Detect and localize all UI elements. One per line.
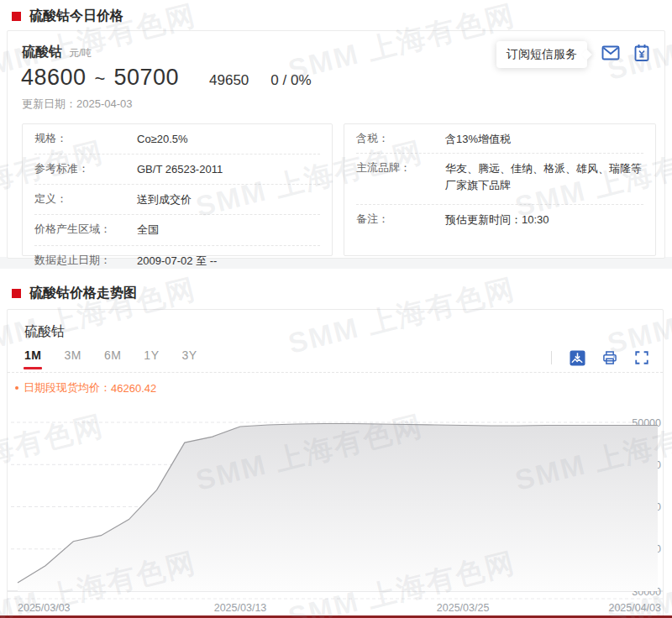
update-date: 更新日期：2025-04-03	[22, 97, 133, 112]
spec-row: 含税：含13%增值税	[344, 124, 655, 154]
tabs-separator	[8, 372, 663, 373]
chart-toolbox	[551, 349, 649, 366]
tab-3m[interactable]: 3M	[64, 348, 81, 369]
tab-1m[interactable]: 1M	[24, 348, 41, 369]
trend-chart-card: 硫酸钴 1M3M6M1Y3Y	[7, 309, 664, 618]
price-trend-chart[interactable]: 30000350004000045000500002025/03/032025/…	[8, 394, 663, 617]
spec-value: 预估更新时间：10:30	[445, 212, 643, 249]
spec-label: 数据起止日期：	[34, 253, 137, 270]
section-title-trend-chart: 硫酸钴价格走势图	[12, 285, 137, 302]
chart-title: 硫酸钴	[24, 323, 65, 341]
price-high: 50700	[113, 65, 179, 91]
spec-row: 数据起止日期：2009-07-02 至 --	[23, 246, 332, 275]
spec-label: 规格：	[34, 131, 137, 148]
tab-1y[interactable]: 1Y	[144, 348, 159, 369]
price-range-separator: ~	[95, 68, 106, 90]
spec-label: 定义：	[34, 191, 137, 208]
subscribe-sms-tooltip[interactable]: 订阅短信服务	[496, 41, 587, 68]
toolbox-divider	[551, 351, 552, 364]
red-square-bullet	[12, 12, 21, 21]
price-row: 48600 ~ 50700 49650 0 / 0%	[21, 65, 312, 91]
product-row: 硫酸钴 元/吨	[22, 44, 92, 61]
price-subscribe-icon[interactable]	[631, 42, 653, 64]
spec-row: 价格产生区域：全国	[23, 215, 332, 245]
price-low: 48600	[21, 65, 87, 91]
product-name: 硫酸钴	[22, 44, 62, 61]
spec-value: 含13%增值税	[445, 131, 643, 147]
price-card: 硫酸钴 元/吨 订阅短信服务 48600 ~ 50700 49650 0 / 0…	[7, 30, 665, 259]
fullscreen-icon[interactable]	[634, 350, 649, 365]
price-change: 0 / 0%	[270, 72, 311, 89]
red-square-bullet	[12, 289, 21, 298]
svg-text:2025/03/03: 2025/03/03	[18, 602, 71, 614]
spec-value: Co≥20.5%	[137, 131, 320, 148]
svg-text:2025/03/25: 2025/03/25	[437, 602, 490, 614]
average-price: 49650	[209, 72, 249, 89]
period-tabs: 1M3M6M1Y3Y	[24, 348, 197, 369]
spec-label: 参考标准：	[34, 161, 137, 178]
spec-value: 华友、腾远、佳纳、格派、雄风、瑞隆等厂家旗下品牌	[445, 160, 643, 198]
spec-table-left: 规格：Co≥20.5%参考标准：GB/T 26523-2011定义：送到成交价价…	[22, 123, 333, 256]
spec-row: 规格：Co≥20.5%	[23, 124, 332, 154]
section-title-text: 硫酸钴今日价格	[29, 8, 123, 25]
tab-3y[interactable]: 3Y	[181, 348, 197, 369]
tab-6m[interactable]: 6M	[104, 348, 121, 369]
save-image-icon[interactable]	[570, 350, 585, 366]
svg-text:2025/03/13: 2025/03/13	[214, 602, 267, 614]
spec-label: 主流品牌：	[356, 160, 445, 198]
spec-value: 送到成交价	[137, 191, 320, 208]
spec-table-right: 含税：含13%增值税主流品牌：华友、腾远、佳纳、格派、雄风、瑞隆等厂家旗下品牌备…	[344, 123, 656, 256]
spec-value: 2009-07-02 至 --	[137, 253, 320, 270]
unit-label: 元/吨	[69, 46, 92, 60]
spec-label: 价格产生区域：	[34, 222, 137, 238]
spec-label: 含税：	[356, 131, 445, 147]
section-title-today-price: 硫酸钴今日价格	[12, 8, 123, 25]
spec-label: 备注：	[356, 212, 445, 249]
spec-row: 定义：送到成交价	[23, 185, 332, 215]
spec-row: 备注：预估更新时间：10:30	[344, 205, 655, 255]
orange-dot-icon	[15, 386, 18, 390]
section-title-text: 硫酸钴价格走势图	[29, 285, 137, 302]
price-card-icons	[600, 42, 653, 64]
period-average-value: 46260.42	[111, 382, 156, 395]
spec-value: GB/T 26523-2011	[137, 161, 320, 178]
printer-icon[interactable]	[601, 349, 618, 366]
mail-icon[interactable]	[600, 42, 622, 64]
spec-row: 参考标准：GB/T 26523-2011	[23, 154, 332, 185]
spec-value: 全国	[137, 222, 320, 238]
svg-text:2025/04/03: 2025/04/03	[608, 602, 661, 614]
spec-row: 主流品牌：华友、腾远、佳纳、格派、雄风、瑞隆等厂家旗下品牌	[344, 154, 655, 205]
